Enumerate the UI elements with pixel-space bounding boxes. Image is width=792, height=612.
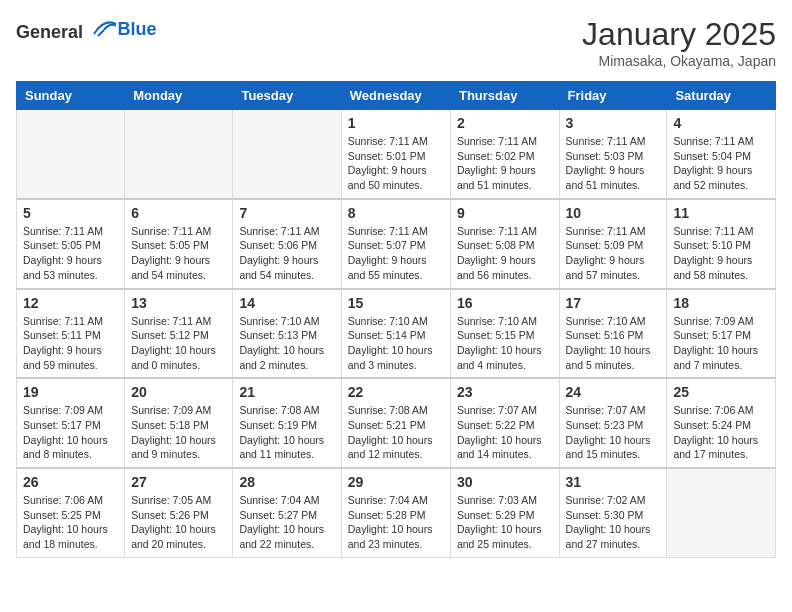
weekday-header: Wednesday bbox=[341, 82, 450, 110]
calendar-cell: 3Sunrise: 7:11 AM Sunset: 5:03 PM Daylig… bbox=[559, 110, 667, 199]
calendar-cell: 8Sunrise: 7:11 AM Sunset: 5:07 PM Daylig… bbox=[341, 199, 450, 289]
calendar-cell: 12Sunrise: 7:11 AM Sunset: 5:11 PM Dayli… bbox=[17, 289, 125, 379]
calendar-cell: 21Sunrise: 7:08 AM Sunset: 5:19 PM Dayli… bbox=[233, 378, 341, 468]
weekday-header: Tuesday bbox=[233, 82, 341, 110]
day-info: Sunrise: 7:06 AM Sunset: 5:24 PM Dayligh… bbox=[673, 403, 769, 462]
day-info: Sunrise: 7:09 AM Sunset: 5:17 PM Dayligh… bbox=[673, 314, 769, 373]
page-header: General Blue January 2025 Mimasaka, Okay… bbox=[16, 16, 776, 69]
day-number: 22 bbox=[348, 384, 444, 400]
day-info: Sunrise: 7:10 AM Sunset: 5:16 PM Dayligh… bbox=[566, 314, 661, 373]
day-info: Sunrise: 7:11 AM Sunset: 5:01 PM Dayligh… bbox=[348, 134, 444, 193]
day-info: Sunrise: 7:11 AM Sunset: 5:08 PM Dayligh… bbox=[457, 224, 553, 283]
calendar-cell bbox=[667, 468, 776, 557]
day-number: 29 bbox=[348, 474, 444, 490]
day-info: Sunrise: 7:11 AM Sunset: 5:10 PM Dayligh… bbox=[673, 224, 769, 283]
day-info: Sunrise: 7:11 AM Sunset: 5:06 PM Dayligh… bbox=[239, 224, 334, 283]
day-info: Sunrise: 7:04 AM Sunset: 5:28 PM Dayligh… bbox=[348, 493, 444, 552]
logo-general-text: General bbox=[16, 22, 83, 42]
day-info: Sunrise: 7:04 AM Sunset: 5:27 PM Dayligh… bbox=[239, 493, 334, 552]
day-number: 25 bbox=[673, 384, 769, 400]
logo-blue-text: Blue bbox=[118, 19, 157, 40]
day-info: Sunrise: 7:05 AM Sunset: 5:26 PM Dayligh… bbox=[131, 493, 226, 552]
day-number: 16 bbox=[457, 295, 553, 311]
location-text: Mimasaka, Okayama, Japan bbox=[582, 53, 776, 69]
calendar-cell: 15Sunrise: 7:10 AM Sunset: 5:14 PM Dayli… bbox=[341, 289, 450, 379]
weekday-header: Friday bbox=[559, 82, 667, 110]
day-number: 2 bbox=[457, 115, 553, 131]
calendar-cell: 6Sunrise: 7:11 AM Sunset: 5:05 PM Daylig… bbox=[125, 199, 233, 289]
calendar-cell: 10Sunrise: 7:11 AM Sunset: 5:09 PM Dayli… bbox=[559, 199, 667, 289]
calendar-cell: 17Sunrise: 7:10 AM Sunset: 5:16 PM Dayli… bbox=[559, 289, 667, 379]
day-number: 14 bbox=[239, 295, 334, 311]
calendar-cell: 1Sunrise: 7:11 AM Sunset: 5:01 PM Daylig… bbox=[341, 110, 450, 199]
day-number: 18 bbox=[673, 295, 769, 311]
weekday-header: Monday bbox=[125, 82, 233, 110]
day-number: 26 bbox=[23, 474, 118, 490]
day-number: 10 bbox=[566, 205, 661, 221]
day-info: Sunrise: 7:11 AM Sunset: 5:02 PM Dayligh… bbox=[457, 134, 553, 193]
day-number: 17 bbox=[566, 295, 661, 311]
calendar-cell: 20Sunrise: 7:09 AM Sunset: 5:18 PM Dayli… bbox=[125, 378, 233, 468]
day-number: 12 bbox=[23, 295, 118, 311]
day-info: Sunrise: 7:11 AM Sunset: 5:11 PM Dayligh… bbox=[23, 314, 118, 373]
calendar-cell: 9Sunrise: 7:11 AM Sunset: 5:08 PM Daylig… bbox=[450, 199, 559, 289]
day-number: 11 bbox=[673, 205, 769, 221]
day-number: 13 bbox=[131, 295, 226, 311]
calendar-cell: 24Sunrise: 7:07 AM Sunset: 5:23 PM Dayli… bbox=[559, 378, 667, 468]
day-info: Sunrise: 7:10 AM Sunset: 5:15 PM Dayligh… bbox=[457, 314, 553, 373]
calendar-cell: 7Sunrise: 7:11 AM Sunset: 5:06 PM Daylig… bbox=[233, 199, 341, 289]
logo: General Blue bbox=[16, 16, 157, 43]
day-info: Sunrise: 7:09 AM Sunset: 5:17 PM Dayligh… bbox=[23, 403, 118, 462]
calendar-cell: 5Sunrise: 7:11 AM Sunset: 5:05 PM Daylig… bbox=[17, 199, 125, 289]
day-info: Sunrise: 7:11 AM Sunset: 5:04 PM Dayligh… bbox=[673, 134, 769, 193]
day-info: Sunrise: 7:11 AM Sunset: 5:05 PM Dayligh… bbox=[23, 224, 118, 283]
day-info: Sunrise: 7:08 AM Sunset: 5:21 PM Dayligh… bbox=[348, 403, 444, 462]
calendar-cell bbox=[17, 110, 125, 199]
weekday-header: Sunday bbox=[17, 82, 125, 110]
month-title: January 2025 bbox=[582, 16, 776, 53]
day-info: Sunrise: 7:02 AM Sunset: 5:30 PM Dayligh… bbox=[566, 493, 661, 552]
calendar-cell: 19Sunrise: 7:09 AM Sunset: 5:17 PM Dayli… bbox=[17, 378, 125, 468]
calendar-cell: 27Sunrise: 7:05 AM Sunset: 5:26 PM Dayli… bbox=[125, 468, 233, 557]
calendar-table: SundayMondayTuesdayWednesdayThursdayFrid… bbox=[16, 81, 776, 558]
day-info: Sunrise: 7:11 AM Sunset: 5:12 PM Dayligh… bbox=[131, 314, 226, 373]
day-number: 8 bbox=[348, 205, 444, 221]
calendar-cell bbox=[233, 110, 341, 199]
calendar-cell: 28Sunrise: 7:04 AM Sunset: 5:27 PM Dayli… bbox=[233, 468, 341, 557]
day-number: 7 bbox=[239, 205, 334, 221]
calendar-cell: 4Sunrise: 7:11 AM Sunset: 5:04 PM Daylig… bbox=[667, 110, 776, 199]
day-info: Sunrise: 7:07 AM Sunset: 5:23 PM Dayligh… bbox=[566, 403, 661, 462]
day-number: 19 bbox=[23, 384, 118, 400]
title-section: January 2025 Mimasaka, Okayama, Japan bbox=[582, 16, 776, 69]
weekday-header: Thursday bbox=[450, 82, 559, 110]
calendar-cell: 16Sunrise: 7:10 AM Sunset: 5:15 PM Dayli… bbox=[450, 289, 559, 379]
day-info: Sunrise: 7:10 AM Sunset: 5:14 PM Dayligh… bbox=[348, 314, 444, 373]
day-number: 31 bbox=[566, 474, 661, 490]
day-number: 21 bbox=[239, 384, 334, 400]
day-number: 20 bbox=[131, 384, 226, 400]
day-number: 9 bbox=[457, 205, 553, 221]
day-number: 24 bbox=[566, 384, 661, 400]
calendar-cell: 25Sunrise: 7:06 AM Sunset: 5:24 PM Dayli… bbox=[667, 378, 776, 468]
day-info: Sunrise: 7:11 AM Sunset: 5:09 PM Dayligh… bbox=[566, 224, 661, 283]
weekday-header: Saturday bbox=[667, 82, 776, 110]
day-info: Sunrise: 7:08 AM Sunset: 5:19 PM Dayligh… bbox=[239, 403, 334, 462]
day-number: 27 bbox=[131, 474, 226, 490]
calendar-cell: 26Sunrise: 7:06 AM Sunset: 5:25 PM Dayli… bbox=[17, 468, 125, 557]
calendar-cell: 14Sunrise: 7:10 AM Sunset: 5:13 PM Dayli… bbox=[233, 289, 341, 379]
day-info: Sunrise: 7:09 AM Sunset: 5:18 PM Dayligh… bbox=[131, 403, 226, 462]
day-number: 28 bbox=[239, 474, 334, 490]
day-number: 1 bbox=[348, 115, 444, 131]
day-number: 3 bbox=[566, 115, 661, 131]
day-info: Sunrise: 7:07 AM Sunset: 5:22 PM Dayligh… bbox=[457, 403, 553, 462]
logo-bird-icon bbox=[90, 16, 118, 38]
day-info: Sunrise: 7:03 AM Sunset: 5:29 PM Dayligh… bbox=[457, 493, 553, 552]
day-number: 23 bbox=[457, 384, 553, 400]
day-info: Sunrise: 7:11 AM Sunset: 5:03 PM Dayligh… bbox=[566, 134, 661, 193]
calendar-cell: 2Sunrise: 7:11 AM Sunset: 5:02 PM Daylig… bbox=[450, 110, 559, 199]
day-number: 15 bbox=[348, 295, 444, 311]
day-info: Sunrise: 7:11 AM Sunset: 5:05 PM Dayligh… bbox=[131, 224, 226, 283]
calendar-cell: 23Sunrise: 7:07 AM Sunset: 5:22 PM Dayli… bbox=[450, 378, 559, 468]
calendar-cell: 29Sunrise: 7:04 AM Sunset: 5:28 PM Dayli… bbox=[341, 468, 450, 557]
calendar-cell: 18Sunrise: 7:09 AM Sunset: 5:17 PM Dayli… bbox=[667, 289, 776, 379]
